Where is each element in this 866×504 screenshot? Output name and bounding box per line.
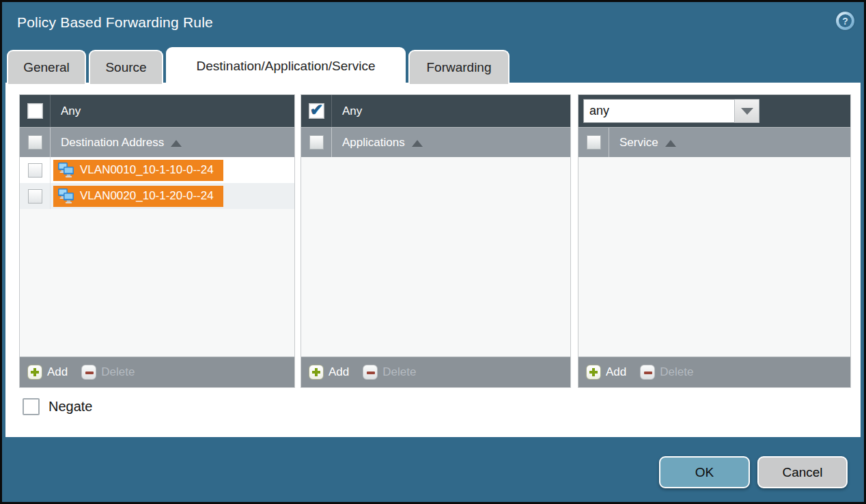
destination-header-label: Destination Address: [61, 136, 164, 150]
sort-ascending-icon: [171, 140, 182, 147]
minus-icon: [81, 365, 96, 380]
cancel-button[interactable]: Cancel: [757, 456, 848, 488]
add-button[interactable]: Add: [586, 365, 626, 380]
tab-general[interactable]: General: [7, 50, 86, 84]
service-dropdown-bar: any: [578, 95, 850, 127]
delete-button[interactable]: Delete: [640, 365, 693, 380]
chevron-down-icon: [741, 108, 753, 115]
dialog-title: Policy Based Forwarding Rule: [17, 14, 213, 31]
service-dropdown[interactable]: any: [583, 99, 759, 123]
destination-list: VLAN0010_10-1-10-0--24: [20, 157, 294, 356]
applications-any-bar: ✔ Any: [301, 95, 570, 127]
destination-column-header[interactable]: Destination Address: [20, 127, 294, 157]
add-button[interactable]: Add: [27, 365, 68, 380]
applications-any-label: Any: [342, 104, 362, 118]
service-column-header[interactable]: Service: [578, 127, 850, 157]
add-button[interactable]: Add: [309, 365, 349, 380]
plus-icon: [309, 365, 324, 380]
delete-button[interactable]: Delete: [363, 365, 416, 380]
destination-address-panel: Any Destination Address: [19, 94, 295, 388]
dropdown-button[interactable]: [734, 99, 759, 123]
network-address-icon: [57, 162, 75, 178]
negate-label: Negate: [48, 399, 93, 415]
policy-based-forwarding-dialog: Policy Based Forwarding Rule ? General S…: [0, 0, 866, 504]
delete-button[interactable]: Delete: [81, 365, 135, 380]
minus-icon: [640, 365, 655, 380]
destination-any-label: Any: [61, 104, 81, 118]
table-row[interactable]: VLAN0010_10-1-10-0--24: [20, 157, 294, 183]
ok-button[interactable]: OK: [659, 456, 750, 488]
plus-icon: [27, 365, 42, 380]
checkmark-icon: ✔: [310, 100, 324, 120]
applications-select-all-checkbox[interactable]: [309, 135, 324, 150]
tab-forwarding[interactable]: Forwarding: [408, 50, 509, 84]
row-checkbox[interactable]: [28, 189, 42, 204]
address-chip[interactable]: VLAN0020_10-1-20-0--24: [53, 186, 223, 207]
applications-any-checkbox[interactable]: ✔: [309, 103, 324, 119]
address-label: VLAN0010_10-1-10-0--24: [80, 163, 214, 177]
service-toolbar: Add Delete: [578, 356, 850, 387]
applications-list: [301, 157, 570, 356]
tab-strip: General Source Destination/Application/S…: [7, 47, 509, 84]
destination-select-all-checkbox[interactable]: [28, 135, 42, 150]
negate-checkbox[interactable]: [23, 398, 40, 415]
sort-ascending-icon: [665, 140, 676, 147]
tab-destination-application-service[interactable]: Destination/Application/Service: [166, 47, 406, 84]
address-label: VLAN0020_10-1-20-0--24: [80, 189, 214, 203]
service-dropdown-value[interactable]: any: [583, 99, 734, 123]
applications-panel: ✔ Any Applications Add: [301, 94, 571, 388]
applications-column-header[interactable]: Applications: [301, 127, 570, 157]
negate-option[interactable]: Negate: [23, 398, 93, 415]
destination-any-bar: Any: [20, 95, 294, 127]
service-select-all-checkbox[interactable]: [587, 135, 601, 150]
service-list: [578, 157, 850, 356]
service-header-label: Service: [619, 136, 658, 150]
sort-ascending-icon: [412, 140, 423, 147]
applications-header-label: Applications: [342, 136, 405, 150]
row-checkbox[interactable]: [28, 163, 42, 178]
table-row[interactable]: VLAN0020_10-1-20-0--24: [20, 183, 294, 209]
address-chip[interactable]: VLAN0010_10-1-10-0--24: [53, 160, 223, 181]
minus-icon: [363, 365, 378, 380]
tab-content: Any Destination Address: [5, 83, 861, 437]
help-icon[interactable]: ?: [836, 12, 854, 30]
applications-toolbar: Add Delete: [301, 356, 570, 387]
destination-toolbar: Add Delete: [20, 356, 294, 387]
service-panel: any Service Add: [578, 94, 851, 388]
destination-any-checkbox[interactable]: [27, 103, 43, 119]
network-address-icon: [57, 188, 75, 204]
title-bar: Policy Based Forwarding Rule ?: [2, 2, 864, 46]
tab-source[interactable]: Source: [89, 50, 163, 84]
plus-icon: [586, 365, 601, 380]
